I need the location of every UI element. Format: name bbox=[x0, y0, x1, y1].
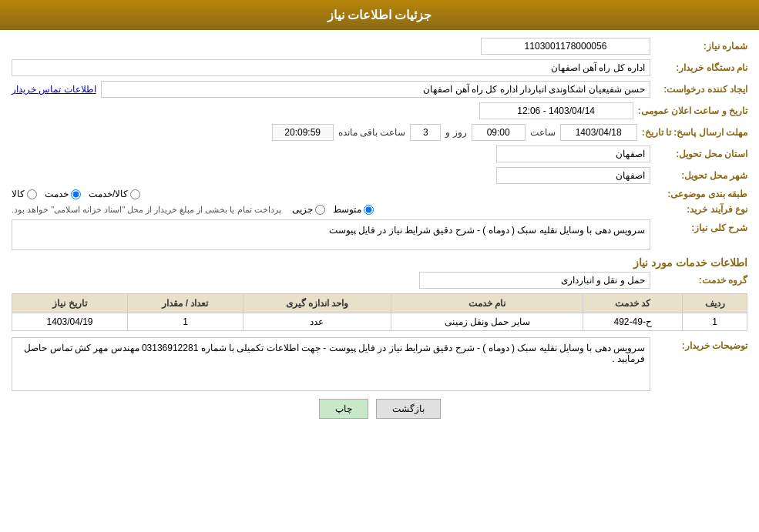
deadline-remaining-label: ساعت باقی مانده bbox=[338, 127, 406, 138]
deadline-days: 3 bbox=[410, 124, 441, 141]
page-title: جزئیات اطلاعات نیاز bbox=[327, 8, 432, 22]
category-khadamat-radio[interactable] bbox=[71, 189, 81, 199]
col-date: تاریخ نیاز bbox=[12, 294, 128, 313]
services-table: ردیف کد خدمت نام خدمت واحد اندازه گیری ت… bbox=[12, 293, 747, 331]
buyer-notes-label: توضیحات خریدار: bbox=[655, 340, 747, 351]
col-unit: واحد اندازه گیری bbox=[243, 294, 391, 313]
purchase-type-motavaset-option: متوسط bbox=[333, 204, 374, 215]
cell-count: 1 bbox=[128, 313, 243, 331]
cell-unit: عدد bbox=[243, 313, 391, 331]
col-count: تعداد / مقدار bbox=[128, 294, 243, 313]
category-kala-label: کالا bbox=[12, 189, 25, 199]
need-summary-label: شرح کلی نیاز: bbox=[655, 223, 747, 233]
category-kala-option: کالا bbox=[12, 189, 37, 199]
deadline-remaining: 20:09:59 bbox=[272, 124, 334, 141]
purchase-type-jazzi-label: جزیی bbox=[292, 204, 313, 215]
purchase-type-motavaset-radio[interactable] bbox=[364, 205, 374, 215]
cell-radif: 1 bbox=[683, 313, 747, 331]
requester-org-label: نام دستگاه خریدار: bbox=[655, 62, 747, 73]
col-code: کد خدمت bbox=[583, 294, 683, 313]
cell-code: ح-49-492 bbox=[583, 313, 683, 331]
service-group-label: گروه خدمت: bbox=[655, 275, 747, 286]
back-button[interactable]: بازگشت bbox=[376, 399, 441, 419]
deadline-time-label: ساعت bbox=[530, 127, 556, 138]
col-radif: ردیف bbox=[683, 294, 747, 313]
print-button[interactable]: چاپ bbox=[319, 399, 368, 419]
announce-datetime-value: 1403/04/14 - 12:06 bbox=[479, 102, 633, 119]
purchase-type-jazzi-radio[interactable] bbox=[315, 205, 325, 215]
deadline-label: مهلت ارسال پاسخ: تا تاریخ: bbox=[642, 127, 747, 138]
purchase-type-motavaset-label: متوسط bbox=[333, 204, 361, 215]
creator-label: ایجاد کننده درخواست: bbox=[655, 84, 747, 95]
category-label: طبقه بندی موضوعی: bbox=[655, 189, 747, 199]
need-summary-value: سرویس دهی با وسایل نقلیه سبک ( دوماه ) -… bbox=[12, 219, 650, 250]
category-kala-khadamat-label: کالا/خدمت bbox=[89, 189, 128, 199]
page-header: جزئیات اطلاعات نیاز bbox=[0, 0, 759, 30]
requester-org-value: اداره کل راه آهن اصفهان bbox=[12, 59, 650, 76]
province-value: اصفهان bbox=[496, 146, 650, 162]
deadline-date: 1403/04/18 bbox=[560, 124, 637, 141]
category-kala-khadamat-option: کالا/خدمت bbox=[89, 189, 140, 199]
deadline-days-label: روز و bbox=[445, 127, 466, 138]
table-row: 1ح-49-492سایر حمل ونقل زمینیعدد11403/04/… bbox=[12, 313, 747, 331]
purchase-type-label: نوع فرآیند خرید: bbox=[655, 204, 747, 215]
creator-contact-link[interactable]: اطلاعات تماس خریدار bbox=[12, 84, 96, 95]
province-label: استان محل تحویل: bbox=[655, 149, 747, 159]
need-number-value: 1103001178000056 bbox=[481, 38, 650, 55]
deadline-time: 09:00 bbox=[472, 124, 526, 141]
city-value: اصفهان bbox=[496, 167, 650, 184]
cell-date: 1403/04/19 bbox=[12, 313, 128, 331]
cell-name: سایر حمل ونقل زمینی bbox=[391, 313, 583, 331]
city-label: شهر محل تحویل: bbox=[655, 170, 747, 181]
category-khadamat-option: خدمت bbox=[45, 189, 81, 199]
purchase-type-radio-group: متوسط جزیی bbox=[292, 204, 650, 215]
buttons-row: بازگشت چاپ bbox=[12, 399, 747, 419]
need-number-label: شماره نیاز: bbox=[655, 41, 747, 52]
category-khadamat-label: خدمت bbox=[45, 189, 69, 199]
services-section-title: اطلاعات خدمات مورد نیاز bbox=[12, 256, 747, 269]
purchase-type-jazzi-option: جزیی bbox=[292, 204, 325, 215]
purchase-type-note: پرداخت تمام یا بخشی از مبلغ خریدار از مح… bbox=[12, 205, 281, 215]
col-name: نام خدمت bbox=[391, 294, 583, 313]
creator-value: حسن شفیعیان اشکاوندی انباردار اداره کل ر… bbox=[101, 81, 650, 98]
service-group-value: حمل و نقل و انبارداری bbox=[419, 272, 650, 289]
category-radio-group: کالا/خدمت خدمت کالا bbox=[12, 189, 650, 199]
announce-datetime-label: تاریخ و ساعت اعلان عمومی: bbox=[638, 105, 747, 116]
category-kala-khadamat-radio[interactable] bbox=[130, 189, 140, 199]
buyer-notes-value: سرویس دهی با وسایل نقلیه سبک ( دوماه ) -… bbox=[12, 337, 650, 391]
category-kala-radio[interactable] bbox=[27, 189, 37, 199]
